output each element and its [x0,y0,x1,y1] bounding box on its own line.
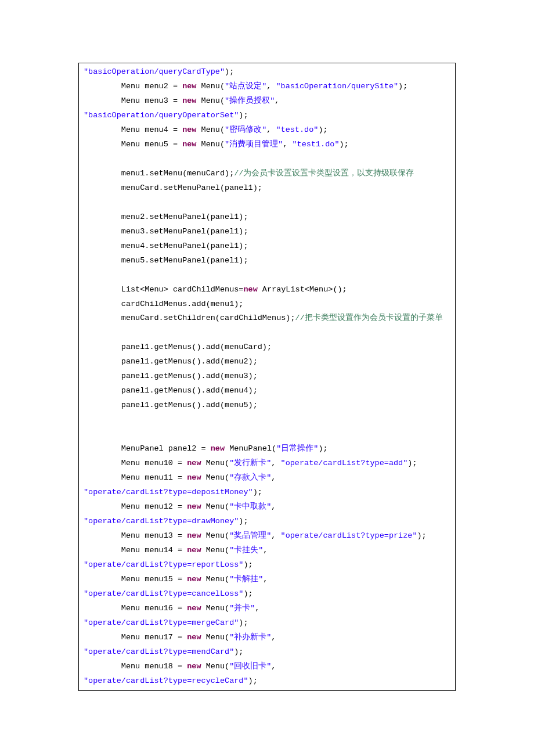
code-token: new [182,82,196,91]
code-token: panel1.getMenus().add(menu5); [84,401,258,409]
code-token: "密码修改" [225,125,266,134]
code-token: Menu( [201,546,230,555]
code-token [84,271,121,279]
code-token: Menu( [201,662,230,671]
code-token: MenuPanel panel2 = [84,444,211,453]
code-token: ); [253,488,262,496]
code-token: "卡解挂" [229,575,263,584]
code-token: , [271,502,280,511]
code-token: , [283,140,292,149]
code-token: "卡中取款" [229,502,271,511]
code-token: new [182,140,196,149]
code-token: , [263,546,272,555]
code-token: , [266,125,276,134]
code-token: , [271,473,280,482]
code-token: ); [225,67,234,76]
code-token: new [187,546,201,555]
code-token: "basicOperation/querySite" [276,82,398,91]
code-token: ); [239,111,248,120]
code-token: "日常操作" [276,444,318,453]
code-token: ); [234,647,243,656]
code-token: ArrayList<Menu>(); [258,285,347,294]
code-token: new [243,285,257,294]
code-token: ); [239,517,248,525]
code-token: Menu menu17 = [84,633,187,642]
code-token: Menu( [196,82,225,91]
code-token: Menu( [196,96,225,105]
code-token: new [187,633,201,642]
code-token: "basicOperation/queryCardType" [84,67,225,76]
code-token: Menu menu11 = [84,473,187,482]
code-token: Menu( [201,473,230,482]
code-token: menuCard.setChildren(cardChildMenus); [84,314,295,322]
code-token: Menu( [201,502,230,511]
code-token: panel1.getMenus().add(menu3); [84,372,258,380]
code-token [84,328,121,337]
code-token: , [271,633,280,642]
code-token: , [266,82,276,91]
code-token: ); [318,125,327,134]
code-token: , [271,531,280,540]
code-token: menu1.setMenu(menuCard); [84,169,234,178]
code-token: MenuPanel( [225,444,276,453]
code-token: ); [407,459,417,467]
code-token: panel1.getMenus().add(menuCard); [84,343,272,351]
code-token: ); [398,82,407,91]
code-token: Menu( [196,140,225,149]
code-token: new [187,473,201,482]
code-token: Menu menu16 = [84,604,187,613]
code-token: "并卡" [229,604,255,613]
code-token: cardChildMenus.add(menu1); [84,300,243,308]
code-token: "operate/cardList?type=mendCard" [84,647,234,656]
code-token: new [187,531,201,540]
code-token: menu3.setMenuPanel(panel1); [84,227,248,236]
code-token: Menu menu18 = [84,662,187,671]
code-token: Menu menu15 = [84,575,187,584]
code-token: menu2.setMenuPanel(panel1); [84,213,248,221]
code-token: Menu( [201,531,230,540]
code-token: Menu( [196,125,225,134]
code-token: Menu menu13 = [84,531,187,540]
code-token: ); [248,676,258,685]
code-token: List<Menu> cardChildMenus= [84,285,243,294]
code-token: new [187,502,201,511]
code-token: "test.do" [276,125,318,134]
code-token: ); [243,589,252,598]
code-token: "operate/cardList?type=depositMoney" [84,488,253,496]
code-token: new [187,604,201,613]
code-token: "卡挂失" [229,546,263,555]
code-token: ); [243,560,252,569]
code-token [84,415,121,424]
code-token [84,430,121,438]
code-token: "operate/cardList?type=reportLoss" [84,560,243,569]
code-token: ); [318,444,327,453]
code-token: Menu menu14 = [84,546,187,555]
code-token: //为会员卡设置设置卡类型设置，以支持级联保存 [234,169,414,178]
code-token: Menu( [201,604,230,613]
code-token: //把卡类型设置作为会员卡设置的子菜单 [295,314,443,322]
code-token: Menu menu4 = [84,125,182,134]
code-token: new [187,662,201,671]
code-token: "operate/cardList?type=prize" [281,531,417,540]
code-token: Menu( [201,459,230,467]
code-token: panel1.getMenus().add(menu4); [84,386,258,395]
code-token: , [263,575,272,584]
code-token: "回收旧卡" [229,662,271,671]
code-token: new [182,125,196,134]
code-token: new [182,96,196,105]
code-token: "消费项目管理" [225,140,283,149]
code-token: "发行新卡" [229,459,271,467]
code-token: Menu menu2 = [84,82,182,91]
code-token: "test1.do" [292,140,339,149]
code-token: "补办新卡" [229,633,271,642]
code-token: new [187,575,201,584]
code-token: ); [417,531,427,540]
code-token: , [275,96,284,105]
code-token: "操作员授权" [225,96,275,105]
code-token: Menu menu3 = [84,96,182,105]
code-token: "存款入卡" [229,473,271,482]
code-token: Menu( [201,575,230,584]
code-block: "basicOperation/queryCardType"); Menu me… [78,63,456,691]
code-token: "站点设定" [225,82,266,91]
code-token: "basicOperation/queryOperatorSet" [84,111,239,120]
